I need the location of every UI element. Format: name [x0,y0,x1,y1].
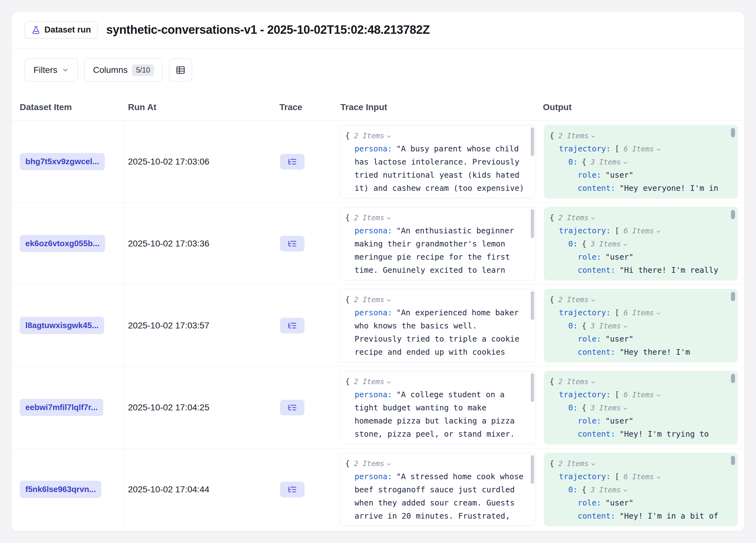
content-field: content:"Hey there! I'm planning to scal… [549,346,726,362]
role-field: role:"user" [549,414,726,428]
trace-tree-icon [288,157,297,167]
role-value: "user" [605,171,633,180]
dataset-item-cell: f5nk6lse963qrvn... [12,448,124,530]
items-collapse-toggle[interactable]: 3 Items [590,158,628,166]
column-header-trace: Trace [276,102,337,112]
json-root-line: {2 Items [549,211,726,224]
scrollbar-thumb[interactable] [531,455,534,484]
trajectory-field: trajectory:[6 Items [549,306,726,319]
chevron-down-icon [622,406,628,412]
json-root-line: {2 Items [549,457,726,470]
open-brace: { [582,403,586,412]
items-collapse-toggle[interactable]: 2 Items [558,295,596,304]
filters-button[interactable]: Filters [25,59,78,82]
items-collapse-toggle[interactable]: 3 Items [590,240,628,248]
table-row: bhg7t5xv9zgwcel... 2025-10-02 17:03:06 {… [12,121,744,203]
items-collapse-toggle[interactable]: 2 Items [354,377,392,386]
scrollbar-thumb[interactable] [531,209,534,238]
items-count-label: 2 Items [558,377,589,386]
table-row: ek6oz6vtoxg055b... 2025-10-02 17:03:36 {… [12,203,744,284]
run-at-value: 2025-10-02 17:04:44 [128,484,209,494]
open-brace: { [345,377,350,386]
items-collapse-toggle[interactable]: 6 Items [624,145,661,153]
items-collapse-toggle[interactable]: 2 Items [354,295,392,304]
trajectory-item-0: 0:{3 Items [549,401,726,414]
scrollbar-thumb[interactable] [531,127,534,156]
trace-tree-icon [288,239,297,249]
content-field: content:"Hey! I'm in a bit of a panic ri… [549,510,726,526]
role-key: role: [578,334,601,343]
trace-button[interactable] [280,400,304,415]
scrollbar-thumb[interactable] [731,128,735,137]
scrollbar-thumb[interactable] [731,456,735,465]
scrollbar-thumb[interactable] [531,291,534,320]
trajectory-item-0: 0:{3 Items [549,319,726,332]
items-count-label: 2 Items [354,377,384,386]
items-collapse-toggle[interactable]: 2 Items [354,459,392,468]
scrollbar-thumb[interactable] [531,373,534,402]
items-collapse-toggle[interactable]: 6 Items [624,309,661,317]
trace-button[interactable] [280,236,304,252]
trace-input-json-viewer: {2 Items persona:"A stressed home cook w… [340,453,536,526]
role-value: "user" [605,498,633,507]
output-json-viewer: {2 Items trajectory:[6 Items 0:{3 Items … [544,289,738,362]
scrollbar-thumb[interactable] [731,210,735,219]
dataset-item-link[interactable]: l8agtuwxisgwk45... [20,317,104,334]
trajectory-item-0: 0:{3 Items [549,156,726,169]
run-at-value: 2025-10-02 17:03:57 [128,320,209,330]
trace-input-cell: {2 Items persona:"An enthusiastic beginn… [337,207,539,280]
chevron-down-icon [656,229,661,235]
trace-button[interactable] [280,154,304,170]
items-collapse-toggle[interactable]: 2 Items [558,459,596,468]
output-cell: {2 Items trajectory:[6 Items 0:{3 Items … [539,453,744,526]
items-collapse-toggle[interactable]: 6 Items [624,473,661,481]
trace-tree-icon [288,321,297,330]
items-collapse-toggle[interactable]: 6 Items [624,391,661,399]
items-collapse-toggle[interactable]: 2 Items [354,132,392,140]
dataset-item-link[interactable]: eebwi7mfil7lqlf7r... [20,399,103,416]
open-brace: { [345,295,350,304]
toolbar: Filters Columns 5/10 [12,49,744,94]
trace-cell [276,154,337,170]
open-brace: { [582,157,586,167]
chevron-down-icon [590,134,596,140]
table-header-row: Dataset Item Run At Trace Trace Input Ou… [12,94,744,121]
chevron-down-icon [622,160,628,166]
role-field: role:"user" [549,169,726,182]
dataset-item-link[interactable]: ek6oz6vtoxg055b... [20,235,105,252]
trace-button[interactable] [280,482,304,497]
run-at-value: 2025-10-02 17:03:36 [128,239,209,249]
items-collapse-toggle[interactable]: 2 Items [558,377,596,386]
scrollbar-thumb[interactable] [731,374,735,383]
items-count-label: 6 Items [624,145,654,153]
dataset-item-link[interactable]: f5nk6lse963qrvn... [20,481,101,498]
json-root-line: {2 Items [345,211,524,224]
json-root-line: {2 Items [345,293,524,306]
output-json-viewer: {2 Items trajectory:[6 Items 0:{3 Items … [544,371,738,444]
items-collapse-toggle[interactable]: 2 Items [558,132,596,140]
trace-button[interactable] [280,318,304,333]
open-brace: { [549,213,554,222]
open-brace: { [345,213,350,222]
items-collapse-toggle[interactable]: 3 Items [590,322,628,330]
open-brace: { [345,131,350,140]
items-count-label: 6 Items [624,309,654,317]
role-key: role: [578,416,601,425]
items-collapse-toggle[interactable]: 3 Items [590,486,628,494]
items-collapse-toggle[interactable]: 2 Items [558,214,596,222]
open-brace: { [345,459,350,468]
row-height-button[interactable] [169,59,192,82]
trace-cell [276,482,337,497]
role-field: role:"user" [549,251,726,264]
items-count-label: 2 Items [354,459,384,468]
scrollbar-thumb[interactable] [731,292,735,301]
dataset-item-link[interactable]: bhg7t5xv9zgwcel... [20,153,105,170]
items-collapse-toggle[interactable]: 6 Items [624,227,661,235]
items-collapse-toggle[interactable]: 2 Items [354,214,392,222]
chevron-down-icon [386,297,392,303]
trajectory-item-0: 0:{3 Items [549,238,726,251]
items-collapse-toggle[interactable]: 3 Items [590,404,628,412]
column-header-output: Output [539,102,744,112]
columns-button[interactable]: Columns 5/10 [84,59,163,82]
role-value: "user" [605,416,633,425]
